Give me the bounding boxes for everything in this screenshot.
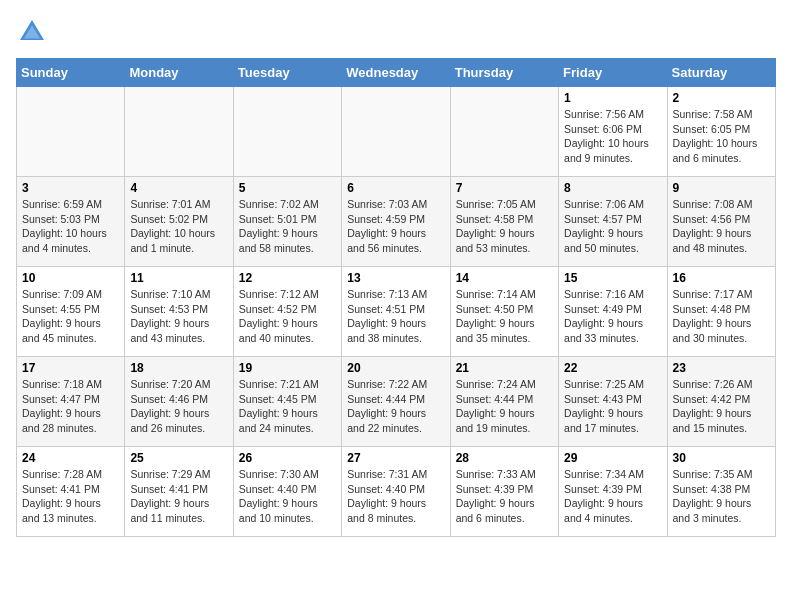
calendar-cell: 3Sunrise: 6:59 AM Sunset: 5:03 PM Daylig… bbox=[17, 177, 125, 267]
calendar-cell: 13Sunrise: 7:13 AM Sunset: 4:51 PM Dayli… bbox=[342, 267, 450, 357]
day-number: 22 bbox=[564, 361, 661, 375]
calendar-week-row: 24Sunrise: 7:28 AM Sunset: 4:41 PM Dayli… bbox=[17, 447, 776, 537]
day-info: Sunrise: 7:02 AM Sunset: 5:01 PM Dayligh… bbox=[239, 197, 336, 256]
day-info: Sunrise: 7:56 AM Sunset: 6:06 PM Dayligh… bbox=[564, 107, 661, 166]
day-info: Sunrise: 7:16 AM Sunset: 4:49 PM Dayligh… bbox=[564, 287, 661, 346]
calendar-cell: 27Sunrise: 7:31 AM Sunset: 4:40 PM Dayli… bbox=[342, 447, 450, 537]
day-info: Sunrise: 7:58 AM Sunset: 6:05 PM Dayligh… bbox=[673, 107, 770, 166]
day-info: Sunrise: 7:05 AM Sunset: 4:58 PM Dayligh… bbox=[456, 197, 553, 256]
day-number: 23 bbox=[673, 361, 770, 375]
calendar-cell: 12Sunrise: 7:12 AM Sunset: 4:52 PM Dayli… bbox=[233, 267, 341, 357]
calendar-cell: 8Sunrise: 7:06 AM Sunset: 4:57 PM Daylig… bbox=[559, 177, 667, 267]
day-number: 11 bbox=[130, 271, 227, 285]
header-monday: Monday bbox=[125, 59, 233, 87]
day-number: 13 bbox=[347, 271, 444, 285]
day-info: Sunrise: 7:30 AM Sunset: 4:40 PM Dayligh… bbox=[239, 467, 336, 526]
day-info: Sunrise: 7:03 AM Sunset: 4:59 PM Dayligh… bbox=[347, 197, 444, 256]
day-number: 16 bbox=[673, 271, 770, 285]
calendar-cell: 29Sunrise: 7:34 AM Sunset: 4:39 PM Dayli… bbox=[559, 447, 667, 537]
calendar-cell: 6Sunrise: 7:03 AM Sunset: 4:59 PM Daylig… bbox=[342, 177, 450, 267]
day-number: 2 bbox=[673, 91, 770, 105]
day-number: 7 bbox=[456, 181, 553, 195]
day-info: Sunrise: 7:13 AM Sunset: 4:51 PM Dayligh… bbox=[347, 287, 444, 346]
calendar-cell bbox=[342, 87, 450, 177]
day-info: Sunrise: 7:18 AM Sunset: 4:47 PM Dayligh… bbox=[22, 377, 119, 436]
day-number: 27 bbox=[347, 451, 444, 465]
day-info: Sunrise: 7:14 AM Sunset: 4:50 PM Dayligh… bbox=[456, 287, 553, 346]
day-info: Sunrise: 7:33 AM Sunset: 4:39 PM Dayligh… bbox=[456, 467, 553, 526]
day-number: 30 bbox=[673, 451, 770, 465]
day-number: 9 bbox=[673, 181, 770, 195]
day-number: 25 bbox=[130, 451, 227, 465]
calendar-cell: 5Sunrise: 7:02 AM Sunset: 5:01 PM Daylig… bbox=[233, 177, 341, 267]
day-info: Sunrise: 7:01 AM Sunset: 5:02 PM Dayligh… bbox=[130, 197, 227, 256]
calendar-week-row: 3Sunrise: 6:59 AM Sunset: 5:03 PM Daylig… bbox=[17, 177, 776, 267]
calendar-cell: 9Sunrise: 7:08 AM Sunset: 4:56 PM Daylig… bbox=[667, 177, 775, 267]
day-number: 26 bbox=[239, 451, 336, 465]
calendar-week-row: 1Sunrise: 7:56 AM Sunset: 6:06 PM Daylig… bbox=[17, 87, 776, 177]
day-info: Sunrise: 7:21 AM Sunset: 4:45 PM Dayligh… bbox=[239, 377, 336, 436]
header-sunday: Sunday bbox=[17, 59, 125, 87]
calendar-cell: 26Sunrise: 7:30 AM Sunset: 4:40 PM Dayli… bbox=[233, 447, 341, 537]
calendar-cell bbox=[17, 87, 125, 177]
day-info: Sunrise: 7:22 AM Sunset: 4:44 PM Dayligh… bbox=[347, 377, 444, 436]
day-number: 3 bbox=[22, 181, 119, 195]
calendar-cell: 15Sunrise: 7:16 AM Sunset: 4:49 PM Dayli… bbox=[559, 267, 667, 357]
calendar-cell: 22Sunrise: 7:25 AM Sunset: 4:43 PM Dayli… bbox=[559, 357, 667, 447]
calendar-cell: 10Sunrise: 7:09 AM Sunset: 4:55 PM Dayli… bbox=[17, 267, 125, 357]
calendar-cell: 24Sunrise: 7:28 AM Sunset: 4:41 PM Dayli… bbox=[17, 447, 125, 537]
calendar-cell: 4Sunrise: 7:01 AM Sunset: 5:02 PM Daylig… bbox=[125, 177, 233, 267]
day-number: 12 bbox=[239, 271, 336, 285]
calendar-cell: 11Sunrise: 7:10 AM Sunset: 4:53 PM Dayli… bbox=[125, 267, 233, 357]
calendar-cell: 21Sunrise: 7:24 AM Sunset: 4:44 PM Dayli… bbox=[450, 357, 558, 447]
day-info: Sunrise: 7:34 AM Sunset: 4:39 PM Dayligh… bbox=[564, 467, 661, 526]
day-number: 10 bbox=[22, 271, 119, 285]
day-number: 24 bbox=[22, 451, 119, 465]
day-number: 28 bbox=[456, 451, 553, 465]
calendar-cell: 7Sunrise: 7:05 AM Sunset: 4:58 PM Daylig… bbox=[450, 177, 558, 267]
calendar-cell: 19Sunrise: 7:21 AM Sunset: 4:45 PM Dayli… bbox=[233, 357, 341, 447]
day-info: Sunrise: 7:08 AM Sunset: 4:56 PM Dayligh… bbox=[673, 197, 770, 256]
day-info: Sunrise: 7:31 AM Sunset: 4:40 PM Dayligh… bbox=[347, 467, 444, 526]
day-info: Sunrise: 7:20 AM Sunset: 4:46 PM Dayligh… bbox=[130, 377, 227, 436]
day-info: Sunrise: 7:06 AM Sunset: 4:57 PM Dayligh… bbox=[564, 197, 661, 256]
day-info: Sunrise: 7:35 AM Sunset: 4:38 PM Dayligh… bbox=[673, 467, 770, 526]
day-number: 21 bbox=[456, 361, 553, 375]
day-number: 19 bbox=[239, 361, 336, 375]
calendar-table: Sunday Monday Tuesday Wednesday Thursday… bbox=[16, 58, 776, 537]
day-number: 1 bbox=[564, 91, 661, 105]
calendar-cell bbox=[450, 87, 558, 177]
day-info: Sunrise: 7:25 AM Sunset: 4:43 PM Dayligh… bbox=[564, 377, 661, 436]
logo-icon bbox=[16, 16, 48, 48]
header-saturday: Saturday bbox=[667, 59, 775, 87]
calendar-week-row: 10Sunrise: 7:09 AM Sunset: 4:55 PM Dayli… bbox=[17, 267, 776, 357]
weekday-header-row: Sunday Monday Tuesday Wednesday Thursday… bbox=[17, 59, 776, 87]
calendar-cell bbox=[125, 87, 233, 177]
calendar-cell: 25Sunrise: 7:29 AM Sunset: 4:41 PM Dayli… bbox=[125, 447, 233, 537]
logo bbox=[16, 16, 52, 48]
calendar-cell: 30Sunrise: 7:35 AM Sunset: 4:38 PM Dayli… bbox=[667, 447, 775, 537]
calendar-week-row: 17Sunrise: 7:18 AM Sunset: 4:47 PM Dayli… bbox=[17, 357, 776, 447]
day-number: 17 bbox=[22, 361, 119, 375]
calendar-cell: 14Sunrise: 7:14 AM Sunset: 4:50 PM Dayli… bbox=[450, 267, 558, 357]
calendar-cell: 18Sunrise: 7:20 AM Sunset: 4:46 PM Dayli… bbox=[125, 357, 233, 447]
day-number: 5 bbox=[239, 181, 336, 195]
day-info: Sunrise: 7:28 AM Sunset: 4:41 PM Dayligh… bbox=[22, 467, 119, 526]
day-info: Sunrise: 7:29 AM Sunset: 4:41 PM Dayligh… bbox=[130, 467, 227, 526]
day-number: 18 bbox=[130, 361, 227, 375]
day-number: 14 bbox=[456, 271, 553, 285]
calendar-cell: 23Sunrise: 7:26 AM Sunset: 4:42 PM Dayli… bbox=[667, 357, 775, 447]
day-info: Sunrise: 7:09 AM Sunset: 4:55 PM Dayligh… bbox=[22, 287, 119, 346]
day-number: 4 bbox=[130, 181, 227, 195]
calendar-cell: 17Sunrise: 7:18 AM Sunset: 4:47 PM Dayli… bbox=[17, 357, 125, 447]
day-info: Sunrise: 7:26 AM Sunset: 4:42 PM Dayligh… bbox=[673, 377, 770, 436]
day-number: 6 bbox=[347, 181, 444, 195]
page-header bbox=[16, 16, 776, 48]
header-thursday: Thursday bbox=[450, 59, 558, 87]
day-number: 29 bbox=[564, 451, 661, 465]
calendar-cell: 28Sunrise: 7:33 AM Sunset: 4:39 PM Dayli… bbox=[450, 447, 558, 537]
day-number: 8 bbox=[564, 181, 661, 195]
day-number: 20 bbox=[347, 361, 444, 375]
calendar-cell: 2Sunrise: 7:58 AM Sunset: 6:05 PM Daylig… bbox=[667, 87, 775, 177]
calendar-cell bbox=[233, 87, 341, 177]
